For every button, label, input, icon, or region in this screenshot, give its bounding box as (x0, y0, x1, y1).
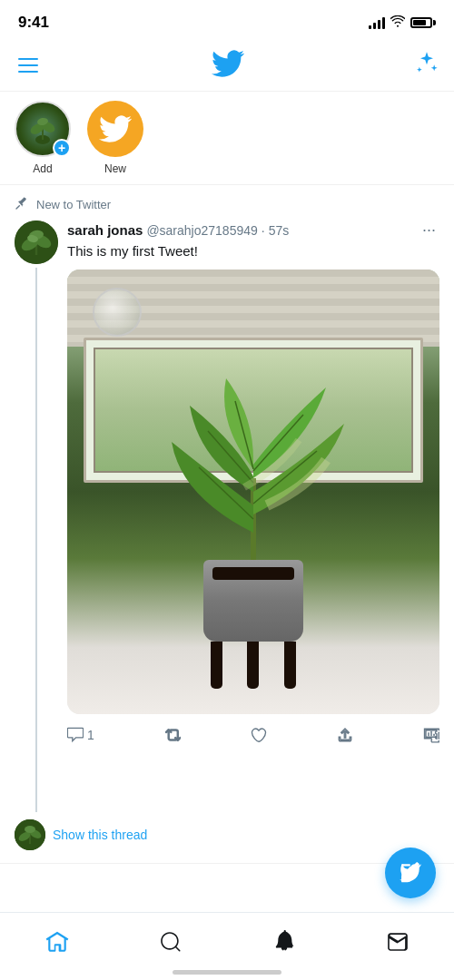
story-new-label: New (104, 162, 126, 175)
plant-photo (67, 270, 439, 714)
status-bar: 9:41 (0, 0, 454, 40)
tweet-text: This is my first Tweet! (67, 241, 439, 260)
retweet-button[interactable] (164, 727, 181, 743)
story-new[interactable]: New (87, 101, 143, 175)
battery-icon (410, 17, 436, 28)
wifi-icon (390, 15, 405, 31)
story-new-avatar-wrap (87, 101, 143, 157)
tweet-handle: @sarahjo27185949 (146, 223, 257, 238)
new-to-twitter-banner: New to Twitter (15, 196, 439, 213)
story-add-label: Add (33, 162, 52, 175)
analytics-button[interactable] (423, 727, 439, 743)
compose-button[interactable] (385, 848, 436, 898)
tweet-username: sarah jonas (67, 222, 143, 238)
status-time: 9:41 (18, 14, 49, 32)
tweet-user-row: sarah jonas @sarahjo27185949 · 57s ··· (67, 220, 439, 240)
pin-icon (15, 196, 29, 213)
story-add-plus: + (53, 139, 71, 157)
nav-messages[interactable] (378, 922, 418, 962)
like-button[interactable] (251, 727, 267, 743)
lens-circle (93, 288, 142, 337)
show-thread-avatar (15, 819, 45, 850)
tweet-image[interactable] (67, 270, 439, 714)
tweet-dot: · (262, 223, 265, 238)
twitter-logo (212, 47, 244, 83)
status-icons (369, 15, 436, 31)
tweet-avatar[interactable] (15, 220, 58, 264)
sparkle-button[interactable] (414, 50, 439, 82)
pot-container (185, 560, 321, 689)
svg-rect-19 (433, 734, 435, 737)
tweet-actions: 1 (67, 723, 439, 752)
nav-home[interactable] (37, 922, 77, 962)
home-indicator (173, 970, 281, 975)
story-add-avatar-wrap: + (15, 101, 71, 157)
tweet-avatar-col (15, 220, 58, 812)
show-thread-text: Show this thread (53, 828, 147, 842)
new-to-twitter-text: New to Twitter (36, 198, 111, 211)
share-button[interactable] (337, 727, 353, 743)
tweet-card: New to Twitter sarah jonas (0, 185, 454, 864)
nav-search[interactable] (151, 922, 191, 962)
svg-rect-17 (428, 732, 429, 737)
stories-row: + Add New (0, 92, 454, 185)
story-add[interactable]: + Add (15, 101, 71, 175)
hamburger-button[interactable] (15, 54, 42, 76)
tweet-thread-line (35, 268, 37, 812)
signal-icon (369, 17, 385, 29)
tweet-content-row: sarah jonas @sarahjo27185949 · 57s ··· T… (15, 220, 439, 812)
show-thread-link[interactable]: Show this thread (15, 812, 439, 863)
top-nav (0, 40, 454, 92)
tweet-body: sarah jonas @sarahjo27185949 · 57s ··· T… (67, 220, 439, 812)
reply-button[interactable]: 1 (67, 727, 94, 743)
tweet-more-button[interactable]: ··· (419, 220, 439, 240)
svg-point-24 (25, 826, 35, 833)
svg-rect-18 (430, 731, 432, 737)
tweet-user-info: sarah jonas @sarahjo27185949 · 57s (67, 222, 289, 238)
nav-notifications[interactable] (264, 922, 304, 962)
tweet-time: 57s (269, 223, 290, 238)
story-new-avatar (87, 101, 143, 157)
reply-count: 1 (87, 728, 94, 742)
